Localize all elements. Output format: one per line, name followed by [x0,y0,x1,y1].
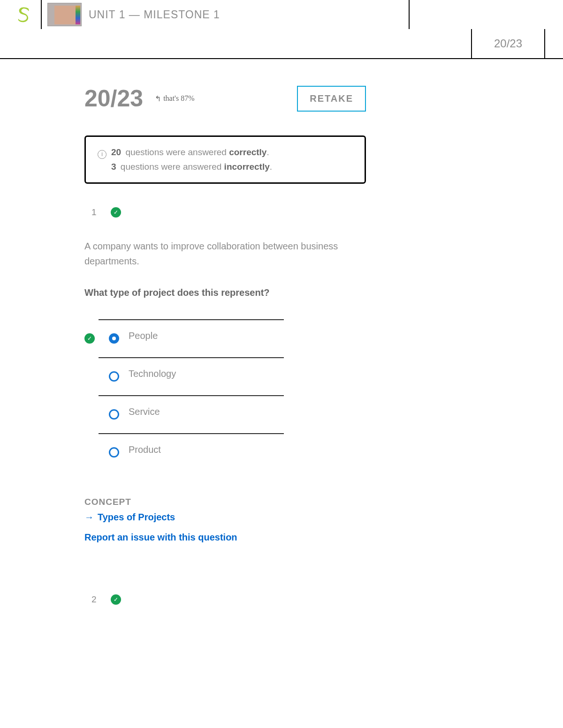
option-label: Service [129,406,160,417]
check-icon: ✓ [84,333,95,344]
option-label: Technology [129,368,176,379]
top-bar: UNIT 1 — MILESTONE 1 [0,0,410,29]
check-icon: ✓ [111,594,121,605]
main-content: 20/23 ↰ that's 87% RETAKE i 20 questions… [84,85,366,605]
option-technology[interactable]: Technology [84,358,366,395]
summary-correct: i 20 questions were answered correctly. [98,147,353,158]
radio-icon [109,371,119,382]
concept-link[interactable]: → Types of Projects [84,512,366,523]
question-1-text: A company wants to improve collaboration… [84,239,366,269]
report-issue-link[interactable]: Report an issue with this question [84,532,366,543]
summary-incorrect: 3 questions were answered incorrectly. [98,162,353,172]
arrow-left-icon: ↰ [155,94,161,103]
question-1-prompt: What type of project does this represent… [84,287,366,298]
option-label: People [129,330,158,341]
radio-icon [109,447,119,458]
question-1-header: 1 ✓ [91,207,366,218]
radio-icon [109,409,119,420]
unit-title: UNIT 1 — MILESTONE 1 [89,8,220,21]
question-number: 2 [91,594,97,605]
retake-button[interactable]: RETAKE [297,86,366,112]
course-thumbnail [47,3,82,26]
check-icon: ✓ [111,207,121,218]
question-number: 1 [91,207,97,218]
score-display: 20/23 [84,85,143,112]
score-compact: 20/23 [471,29,545,58]
option-people[interactable]: ✓ People [84,320,366,357]
radio-selected-icon [109,333,119,344]
arrow-right-icon: → [84,512,94,523]
percent-note: ↰ that's 87% [155,94,194,103]
concept-label: CONCEPT [84,497,366,507]
option-service[interactable]: Service [84,396,366,433]
option-product[interactable]: Product [84,434,366,471]
question-2-header: 2 ✓ [91,594,366,605]
option-label: Product [129,444,161,455]
score-bar: 20/23 [0,29,563,59]
summary-box: i 20 questions were answered correctly. … [84,135,366,184]
info-icon: i [98,150,107,159]
divider [41,0,42,29]
brand-logo [16,7,30,23]
score-row: 20/23 ↰ that's 87% RETAKE [84,85,366,112]
